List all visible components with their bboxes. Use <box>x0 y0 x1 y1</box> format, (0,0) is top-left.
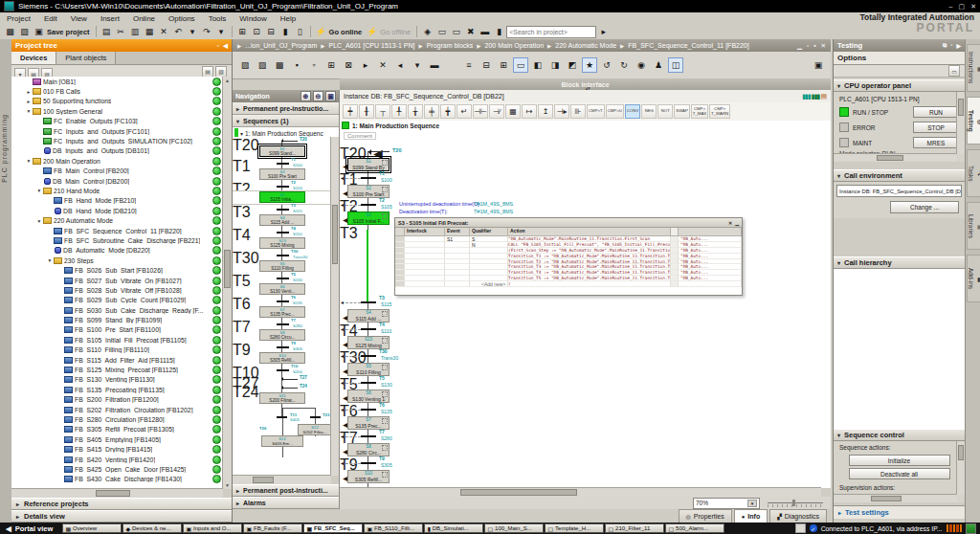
project-tree-tab[interactable]: Plant objects <box>56 52 116 64</box>
open-editor-tab[interactable]: ▣ Inputs and O... <box>183 523 242 533</box>
tree-item[interactable]: FB_S100_Pre_Start [FB1100] <box>11 325 223 335</box>
menu-item[interactable]: Help <box>274 14 302 23</box>
minimap-element[interactable]: T9 T9S305 <box>233 342 331 352</box>
minimap-element[interactable]: T2 T2S105 <box>233 181 331 191</box>
minimap-element[interactable]: T24 T24 <box>233 384 331 392</box>
transition-bar[interactable] <box>361 435 376 437</box>
tree-item[interactable]: FB_S105_Initial_Fill_Precoat [FB1105] <box>11 335 223 345</box>
tree-item[interactable]: DB_Inputs_and_Outputs [DB101] <box>11 146 223 156</box>
step-actions-icon[interactable] <box>382 445 388 451</box>
tree-item[interactable]: DB_Main_Control [DB200] <box>11 176 223 186</box>
sfc-function-icon[interactable]: CONV <box>625 104 640 119</box>
block-interface-splitter[interactable]: Block interface ▴▾ <box>340 78 831 90</box>
sfc-element-icon[interactable]: ⊣⁄ <box>489 104 504 119</box>
minimap-element[interactable]: S8S280 Circu... <box>233 329 331 342</box>
open-editor-tab[interactable]: ◆ Devices & ne... <box>122 523 182 533</box>
panel-header-icon[interactable]: ⧉ <box>943 42 947 49</box>
sfc-element-icon[interactable]: ⊪ <box>570 104 586 119</box>
cpu-command-button[interactable]: MRES <box>913 137 959 148</box>
minimap-element[interactable]: T4 T4S110 <box>233 227 331 237</box>
minimap-vertical-scrollbar[interactable] <box>330 137 339 476</box>
tree-item[interactable]: 220 Automatic Mode <box>11 215 223 225</box>
popup-close-icon[interactable]: ✕ <box>728 220 732 226</box>
minimap-element[interactable]: S10S305 Refill... <box>233 352 331 365</box>
task-card-tab[interactable]: ▦ Instructions <box>967 44 980 92</box>
maximize-window-icon[interactable]: ▢ <box>959 3 966 11</box>
editor-toolbar-icon[interactable]: ▸ <box>358 57 373 73</box>
minimap-step[interactable]: S12 S405 Em... <box>261 435 303 447</box>
minimap-element[interactable]: S1S099 Stand... <box>233 145 331 158</box>
sfc-step[interactable]: S2 S100 Pre Start <box>347 185 390 198</box>
step-actions-icon[interactable] <box>382 338 388 344</box>
toolbar-icon[interactable]: ✖ <box>464 26 477 38</box>
sfc-canvas[interactable]: 1: Main Production Sequence Comment T20 <box>340 121 831 488</box>
sfc-element-icon[interactable]: ╈ <box>440 104 456 119</box>
toolbar-icon[interactable]: ⊞ <box>236 26 249 38</box>
editor-toolbar-icon[interactable]: ▾ <box>410 57 425 73</box>
maximize-editor-icon[interactable]: ▪ <box>813 42 815 50</box>
close-window-icon[interactable]: ✕ <box>970 3 976 11</box>
save-project-button[interactable]: Save project <box>47 28 90 36</box>
canvas-horizontal-scrollbar[interactable] <box>340 487 821 497</box>
editor-toolbar-icon[interactable]: ✕ <box>375 57 390 73</box>
tree-item[interactable]: FB_Hand_Mode [FB210] <box>11 196 223 206</box>
sfc-function-icon[interactable]: CMP>T_WARN <box>709 104 730 119</box>
sfc-element[interactable]: T30 T30 Trans30 ◄ <box>340 349 474 363</box>
transition-bar[interactable] <box>361 177 376 179</box>
open-editor-tab[interactable]: ▢ 100_Main_S... <box>484 523 544 533</box>
tree-item[interactable]: 230 Steps <box>11 256 223 265</box>
minimap-element[interactable]: T3 T3S115 <box>233 204 331 214</box>
minimap-element[interactable]: S11S200 Filtrat... <box>233 392 331 405</box>
test-settings-section[interactable]: ▸ Test settings <box>834 505 965 519</box>
change-button[interactable]: Change ... <box>890 201 959 213</box>
minimap-horizontal-scrollbar[interactable] <box>233 475 331 484</box>
sfc-element-icon[interactable]: ┿ <box>343 104 358 119</box>
tree-item[interactable]: FB_S425_Open_Cake_Door [FB1425] <box>11 464 223 474</box>
editor-toolbar-icon[interactable]: ◩ <box>565 57 580 73</box>
tree-item[interactable]: FB_SFC_Subroutine_Cake_Discharge [FB221] <box>11 235 223 245</box>
sfc-element[interactable]: S5 S110 Filling ◄ <box>340 363 474 376</box>
event-cell[interactable] <box>445 281 470 287</box>
step-actions-icon[interactable] <box>382 311 388 317</box>
tree-item[interactable]: FC_Inputs_and_Outputs [FC101] <box>11 126 223 136</box>
task-card-tab[interactable]: ▤ Libraries <box>967 202 980 250</box>
alarms-section[interactable]: ▸Alarms <box>233 497 339 509</box>
toolbar-icon[interactable]: ▦ <box>144 26 156 38</box>
toolbar-icon[interactable]: ▭ <box>435 26 448 38</box>
sfc-element[interactable]: T6 T6 S135 ◄ <box>340 403 474 416</box>
minimap-element[interactable]: T7 T7S280 <box>233 319 331 329</box>
sfc-element-icon[interactable]: ╪ <box>424 104 439 119</box>
minimap-element[interactable]: T1 T1S100 <box>233 158 331 168</box>
sfc-element[interactable]: S10 S305 Refill... ◄ <box>340 470 474 483</box>
sfc-step[interactable]: S8 S280 Circ... <box>347 443 390 456</box>
breadcrumb-segment[interactable]: Program blocks <box>427 42 474 49</box>
transition-bar[interactable] <box>361 462 376 464</box>
minimap-element[interactable]: S7S135 Prec... <box>233 306 331 319</box>
tree-item[interactable]: FB_S305_Refill_Precoat [FB1305] <box>11 425 223 434</box>
sequence-branch[interactable]: T11 S405 T26 S12 S405 Em... T23 S22 S202… <box>233 405 331 460</box>
open-editor-tab[interactable]: ▢ 500_Alarm... <box>665 523 724 533</box>
open-editor-tab[interactable]: ▣ FB_Faults (F... <box>243 523 302 533</box>
expand-all-icon[interactable]: ▨ <box>215 66 227 78</box>
sequence-control-vscrollbar[interactable] <box>956 441 965 495</box>
editor-toolbar-icon[interactable]: ↻ <box>616 57 632 73</box>
minimize-editor-icon[interactable]: ▁ <box>797 42 802 50</box>
sfc-element-icon[interactable]: ↥ <box>538 104 553 119</box>
open-editor-tab[interactable]: ▢ 210_Filter_11 <box>605 523 664 533</box>
menu-item[interactable]: Online <box>126 14 162 23</box>
tree-item[interactable]: FB_S115_Add_Filter_Aid [FB1115] <box>11 355 223 365</box>
editor-toolbar-icon[interactable]: ♟ <box>651 57 666 73</box>
sfc-function-icon[interactable]: CMP>T <box>587 104 605 119</box>
minimap-element[interactable]: T30 T30Trans30 <box>233 250 331 260</box>
minimap-element[interactable]: T27 T27 <box>233 375 331 384</box>
tree-item[interactable]: 200 Main Operation <box>11 156 223 166</box>
cpu-panel-hscrollbar[interactable] <box>834 153 957 162</box>
step-actions-icon[interactable] <box>382 391 388 397</box>
close-editor-icon[interactable]: ✕ <box>821 42 826 50</box>
toolbar-icon[interactable]: ▯ <box>294 26 306 38</box>
panel-header-icon[interactable]: ▶ <box>956 42 961 49</box>
editor-toolbar-icon[interactable]: ▭ <box>513 57 528 73</box>
toolbar-icon[interactable]: ⊡ <box>251 26 263 38</box>
editor-toolbar-icon[interactable]: ◫ <box>668 57 683 73</box>
zoom-level-select[interactable]: 70% ▾ <box>693 498 760 509</box>
